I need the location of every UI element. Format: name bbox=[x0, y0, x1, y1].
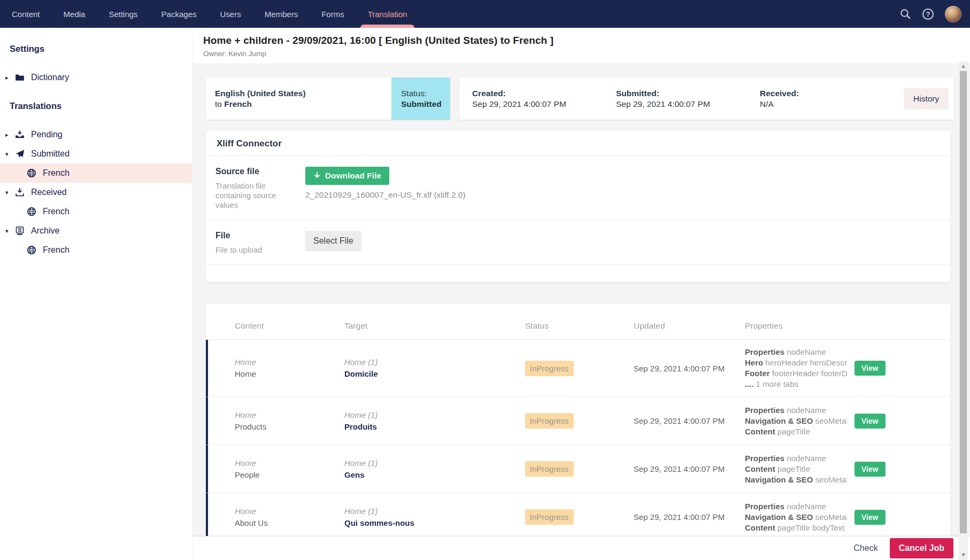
sidebar-item-label: French bbox=[43, 207, 70, 216]
caret-down-icon[interactable]: ▾ bbox=[5, 151, 15, 158]
page-title: Home + children - 29/09/2021, 16:00 [ En… bbox=[203, 35, 970, 46]
column-header-status: Status bbox=[525, 321, 634, 331]
target-language: to French bbox=[215, 99, 391, 110]
source-file-label: Source file bbox=[215, 167, 295, 176]
vertical-scrollbar[interactable]: ▲ ▼ bbox=[959, 61, 968, 560]
translation-items-table: Content Target Status Updated Properties… bbox=[206, 304, 950, 560]
view-button[interactable]: View bbox=[854, 361, 886, 376]
updated-cell: Sep 29, 2021 4:00:07 PM bbox=[634, 364, 745, 373]
scrollbar-up-arrow[interactable]: ▲ bbox=[959, 61, 968, 70]
job-header: Home + children - 29/09/2021, 16:00 [ En… bbox=[193, 28, 970, 64]
sidebar-item-label: Submitted bbox=[31, 149, 70, 159]
download-tray-icon bbox=[15, 188, 25, 197]
created-date: Created: Sep 29, 2021 4:00:07 PM bbox=[472, 88, 616, 110]
select-file-button[interactable]: Select File bbox=[305, 231, 361, 251]
action-bar: Check Cancel Job bbox=[193, 536, 970, 560]
inprogress-badge: InProgress bbox=[525, 361, 574, 376]
file-label: File bbox=[215, 231, 295, 240]
nav-tab-packages[interactable]: Packages bbox=[150, 0, 209, 28]
inprogress-badge: InProgress bbox=[525, 509, 574, 525]
check-button[interactable]: Check bbox=[849, 540, 882, 556]
updated-cell: Sep 29, 2021 4:00:07 PM bbox=[634, 416, 745, 425]
source-file-description: Translation file containing source value… bbox=[215, 181, 295, 210]
nav-tab-users[interactable]: Users bbox=[208, 0, 252, 28]
caret-down-icon[interactable]: ▾ bbox=[5, 189, 15, 196]
nav-tab-translation[interactable]: Translation bbox=[356, 0, 419, 28]
content-cell: Home Products bbox=[235, 410, 344, 432]
view-button[interactable]: View bbox=[854, 510, 886, 525]
cancel-job-button[interactable]: Cancel Job bbox=[890, 538, 953, 558]
table-row: Home People Home (1) Gens InProgress Sep… bbox=[206, 445, 950, 493]
content-cell: Home People bbox=[235, 458, 344, 480]
table-row: Home Products Home (1) Produits InProgre… bbox=[206, 396, 950, 445]
sidebar-item-submitted-french[interactable]: French bbox=[0, 164, 192, 183]
column-header-target: Target bbox=[344, 321, 525, 331]
sidebar-item-archive[interactable]: ▾ Archive bbox=[0, 221, 192, 240]
nav-tab-settings[interactable]: Settings bbox=[97, 0, 149, 28]
help-icon[interactable]: ? bbox=[922, 9, 934, 20]
archive-icon bbox=[15, 226, 25, 236]
content-area: English (United States) to French Status… bbox=[193, 64, 955, 560]
caret-right-icon[interactable]: ▸ bbox=[5, 74, 15, 81]
nav-tabs: Content Media Settings Packages Users Me… bbox=[0, 0, 419, 28]
xliff-connector-card: Xliff Connector Source file Translation … bbox=[206, 131, 950, 282]
target-cell: Home (1) Domicile bbox=[344, 357, 525, 379]
table-row: Home Home Home (1) Domicile InProgress S… bbox=[206, 340, 950, 396]
job-summary: English (United States) to French Status… bbox=[206, 77, 950, 120]
connector-title: Xliff Connector bbox=[206, 131, 950, 156]
sidebar-heading-settings: Settings bbox=[10, 44, 192, 54]
properties-cell: Properties nodeName Navigation & SEO seo… bbox=[745, 405, 854, 437]
search-icon[interactable] bbox=[899, 8, 911, 20]
history-button[interactable]: History bbox=[904, 88, 949, 110]
status-cell: InProgress bbox=[525, 413, 634, 429]
target-cell: Home (1) Produits bbox=[344, 410, 525, 432]
view-cell: View bbox=[854, 462, 950, 477]
table-row: Home About Us Home (1) Qui sommes-nous I… bbox=[206, 493, 950, 541]
nav-tab-members[interactable]: Members bbox=[253, 0, 310, 28]
sidebar-item-label: Dictionary bbox=[31, 73, 69, 82]
target-cell: Home (1) Gens bbox=[344, 458, 525, 480]
sidebar-item-label: Pending bbox=[31, 130, 63, 139]
scrollbar-thumb[interactable] bbox=[960, 71, 967, 533]
caret-right-icon[interactable]: ▸ bbox=[5, 131, 15, 138]
sidebar-item-received-french[interactable]: French bbox=[0, 202, 192, 221]
file-description: File to upload bbox=[215, 245, 295, 255]
updated-cell: Sep 29, 2021 4:00:07 PM bbox=[634, 464, 745, 473]
view-button[interactable]: View bbox=[854, 462, 886, 477]
language-card: English (United States) to French Status… bbox=[206, 77, 450, 120]
status-value: Submitted bbox=[401, 99, 450, 110]
properties-cell: Properties nodeName Navigation & SEO seo… bbox=[745, 501, 854, 533]
job-owner: Owner: Kevin Jump bbox=[203, 50, 970, 58]
view-button[interactable]: View bbox=[854, 414, 886, 429]
caret-down-icon[interactable]: ▾ bbox=[5, 228, 15, 235]
submitted-date: Submitted: Sep 29, 2021 4:00:07 PM bbox=[616, 88, 760, 110]
sidebar-item-pending[interactable]: ▸ Pending bbox=[0, 125, 192, 144]
sidebar-item-dictionary[interactable]: ▸ Dictionary bbox=[0, 68, 192, 87]
inbox-icon bbox=[15, 130, 25, 139]
arrow-down-icon bbox=[313, 172, 321, 180]
globe-icon bbox=[27, 245, 36, 255]
scrollbar-down-arrow[interactable]: ▼ bbox=[959, 550, 968, 559]
content-cell: Home Home bbox=[235, 357, 344, 379]
sidebar-heading-translations: Translations bbox=[10, 101, 192, 111]
properties-cell: Properties nodeName Content pageTitle Na… bbox=[745, 453, 854, 485]
source-filename: 2_20210929_160007_en-US_fr.xlf (xliff.2.… bbox=[305, 190, 466, 200]
nav-tab-forms[interactable]: Forms bbox=[310, 0, 356, 28]
content-cell: Home About Us bbox=[235, 506, 344, 528]
view-cell: View bbox=[854, 361, 950, 376]
download-file-button[interactable]: Download File bbox=[305, 167, 389, 185]
status-cell: InProgress bbox=[525, 461, 634, 477]
sidebar-item-archive-french[interactable]: French bbox=[0, 240, 192, 260]
view-cell: View bbox=[854, 510, 950, 525]
top-navigation: Content Media Settings Packages Users Me… bbox=[0, 0, 970, 28]
status-badge: Status: Submitted bbox=[391, 77, 450, 120]
sidebar-item-received[interactable]: ▾ Received bbox=[0, 183, 192, 202]
column-header-updated: Updated bbox=[634, 321, 745, 331]
table-header-row: Content Target Status Updated Properties bbox=[206, 304, 950, 340]
nav-tab-media[interactable]: Media bbox=[52, 0, 97, 28]
user-avatar[interactable] bbox=[945, 6, 961, 22]
nav-tab-content[interactable]: Content bbox=[0, 0, 52, 28]
properties-cell: Properties nodeName Hero heroHeader hero… bbox=[745, 347, 854, 390]
column-header-content: Content bbox=[235, 321, 344, 331]
sidebar-item-submitted[interactable]: ▾ Submitted bbox=[0, 144, 192, 164]
